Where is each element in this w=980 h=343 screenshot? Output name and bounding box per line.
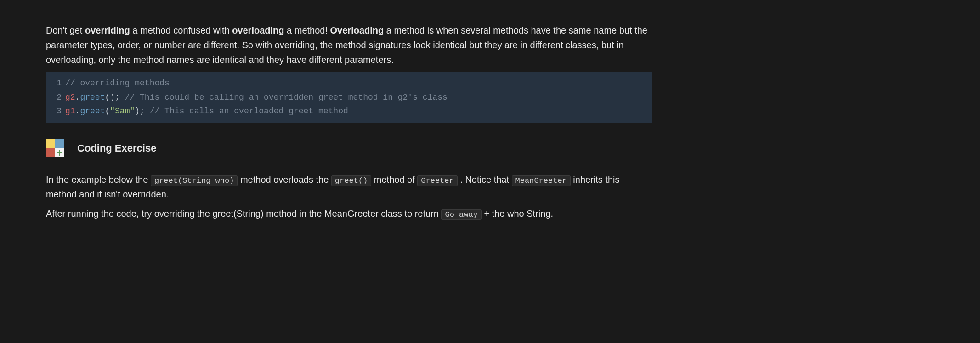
code-method: greet [80, 107, 105, 116]
intro-text-1: Don't get [46, 25, 85, 35]
icon-quadrant-blue [55, 139, 64, 148]
exercise-text: . Notice that [458, 174, 512, 185]
code-punct: . [75, 107, 80, 116]
exercise-title: Coding Exercise [77, 140, 156, 156]
exercise-header: Coding Exercise [46, 139, 652, 157]
code-punct: ); [135, 107, 145, 116]
exercise-icon [46, 139, 64, 157]
intro-bold-1: overriding [85, 25, 130, 35]
intro-bold-2: overloading [232, 25, 284, 35]
line-number: 2 [52, 90, 62, 105]
code-method: greet [80, 93, 105, 102]
code-comment: // This calls an overloaded greet method [145, 107, 348, 116]
exercise-text: After running the code, try overriding t… [46, 208, 441, 219]
inline-code: Greeter [417, 175, 457, 186]
inline-code: greet(String who) [151, 175, 238, 186]
exercise-text: method of [371, 174, 417, 185]
code-punct: . [75, 93, 80, 102]
inline-code: MeanGreeter [512, 175, 571, 186]
code-identifier: g2 [65, 93, 75, 102]
code-comment: // This could be calling an overridden g… [120, 93, 448, 102]
code-block: 1 // overriding methods 2 g2.greet(); //… [46, 72, 652, 123]
exercise-paragraph-2: After running the code, try overriding t… [46, 206, 652, 221]
inline-code: greet() [331, 175, 371, 186]
exercise-text: + the who String. [482, 208, 553, 219]
intro-text-2: a method confused with [130, 25, 232, 35]
inline-code: Go away [441, 209, 481, 220]
intro-paragraph: Don't get overriding a method confused w… [46, 23, 652, 67]
line-number: 3 [52, 104, 62, 118]
intro-text-3: a method! [284, 25, 330, 35]
code-line-2: 2 g2.greet(); // This could be calling a… [52, 90, 646, 105]
exercise-text: method overloads the [238, 174, 331, 185]
icon-quadrant-plus [55, 148, 64, 157]
code-comment: // overriding methods [65, 79, 170, 88]
code-line-1: 1 // overriding methods [52, 76, 646, 90]
code-punct: ( [105, 107, 110, 116]
icon-quadrant-red [46, 148, 55, 157]
code-line-3: 3 g1.greet("Sam"); // This calls an over… [52, 104, 646, 118]
exercise-text: In the example below the [46, 174, 151, 185]
code-string: "Sam" [110, 107, 135, 116]
code-identifier: g1 [65, 107, 75, 116]
intro-bold-3: Overloading [330, 25, 384, 35]
exercise-paragraph-1: In the example below the greet(String wh… [46, 172, 652, 202]
icon-quadrant-yellow [46, 139, 55, 148]
code-punct: (); [105, 93, 119, 102]
line-number: 1 [52, 76, 62, 90]
